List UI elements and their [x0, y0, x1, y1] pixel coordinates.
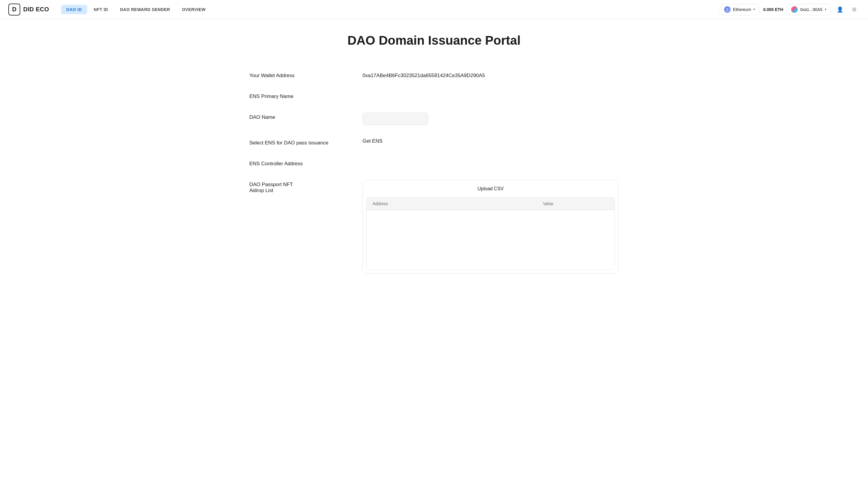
wallet-selector[interactable]: 0xa1...90A5 ▾ — [787, 4, 831, 15]
nav-nft-id[interactable]: NFT ID — [89, 5, 114, 14]
logo-text: DID ECO — [23, 6, 49, 13]
gear-icon: ⚙ — [852, 6, 857, 13]
person-icon-button[interactable]: 👤 — [835, 4, 845, 15]
wallet-avatar — [791, 6, 798, 13]
csv-table-body — [367, 210, 615, 269]
ens-controller-row: ENS Controller Address — [249, 153, 619, 173]
ens-controller-label: ENS Controller Address — [249, 159, 363, 167]
dao-name-input[interactable] — [363, 112, 428, 125]
ens-controller-value — [363, 159, 619, 161]
network-selector[interactable]: Ξ Ethereum ▾ — [720, 4, 760, 15]
nav-dao-reward-sender[interactable]: DAO REWARD SENDER — [115, 5, 176, 14]
wallet-chevron: ▾ — [825, 7, 827, 11]
col-value-header: Value — [543, 201, 609, 206]
col-address-header: Address — [373, 201, 543, 206]
upload-csv-button[interactable]: Upload CSV — [363, 180, 618, 197]
network-label: Ethereum — [733, 7, 751, 12]
ethereum-icon: Ξ — [724, 6, 731, 13]
wallet-address-value: 0xa17ABe4B6Fc3023521da65581424Ce35A9D290… — [363, 71, 619, 78]
select-ens-label: Select ENS for DAO pass issuance — [249, 138, 363, 146]
logo-area: D DID ECO — [8, 4, 49, 15]
wallet-address-row: Your Wallet Address 0xa17ABe4B6Fc3023521… — [249, 64, 619, 85]
ens-primary-name-value — [363, 92, 619, 94]
nav-dao-id[interactable]: DAO ID — [61, 5, 87, 14]
dao-name-label: DAO Name — [249, 112, 363, 120]
main-content: DAO Domain Issuance Portal Your Wallet A… — [225, 19, 643, 304]
network-chevron: ▾ — [753, 7, 755, 11]
select-ens-row: Select ENS for DAO pass issuance Get ENS — [249, 132, 619, 153]
ens-primary-name-row: ENS Primary Name — [249, 85, 619, 106]
gear-icon-button[interactable]: ⚙ — [849, 4, 860, 15]
wallet-address-short: 0xa1...90A5 — [800, 7, 823, 12]
ens-primary-name-label: ENS Primary Name — [249, 92, 363, 99]
person-icon: 👤 — [837, 6, 843, 13]
dao-passport-label: DAO Passport NFTAidrop List — [249, 180, 293, 193]
get-ens-link[interactable]: Get ENS — [363, 138, 382, 144]
nav-right: Ξ Ethereum ▾ 0.005 ETH 0xa1...90A5 ▾ 👤 ⚙ — [720, 4, 860, 15]
csv-table: Address Value — [366, 197, 615, 270]
dao-name-row: DAO Name — [249, 106, 619, 132]
wallet-balance: 0.005 ETH — [763, 7, 783, 12]
nav-links: DAO ID NFT ID DAO REWARD SENDER OVERVIEW — [61, 5, 720, 14]
wallet-address-label: Your Wallet Address — [249, 71, 363, 78]
csv-upload-container: Upload CSV Address Value — [363, 180, 619, 273]
dao-passport-row: DAO Passport NFTAidrop List Upload CSV A… — [249, 173, 619, 280]
logo-box: D — [8, 4, 20, 15]
nav-overview[interactable]: OVERVIEW — [177, 5, 211, 14]
csv-table-header: Address Value — [367, 198, 615, 210]
logo-letter: D — [12, 6, 17, 13]
page-title: DAO Domain Issuance Portal — [249, 33, 619, 47]
navbar: D DID ECO DAO ID NFT ID DAO REWARD SENDE… — [0, 0, 868, 19]
